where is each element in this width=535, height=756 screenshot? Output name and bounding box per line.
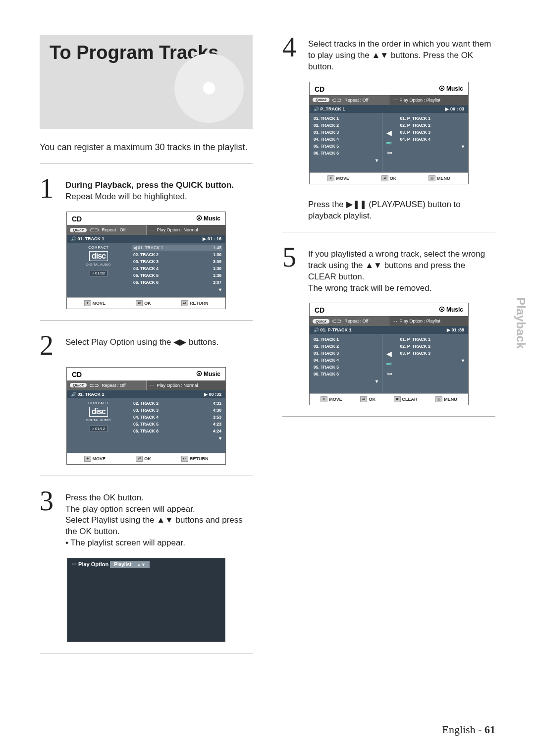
- track-row: 02. P_TRACK 2: [399, 343, 466, 349]
- source-list: 01. TRACK 102. TRACK 203. TRACK 304. TRA…: [310, 113, 382, 172]
- arrow-left2-icon: ⇦: [386, 149, 392, 157]
- cd-ui-screen-1: CD ⦿ Music Quick ⊂⊃ Repeat : Off ⋯ Play …: [66, 212, 226, 309]
- step-2: 2 Select Play Option using the ◀▶ button…: [40, 333, 253, 358]
- playlist-list: 01. P_TRACK 102. P_TRACK 203. P_TRACK 3▾: [396, 334, 469, 393]
- track-row: 03. TRACK 33:09: [132, 259, 222, 265]
- divider: [40, 163, 253, 163]
- digital-audio-label: DIGITAL AUDIO: [86, 263, 111, 266]
- track-row: 01. P_TRACK 1: [399, 115, 466, 121]
- track-row: ◀ 01. TRACK 11:45: [132, 245, 222, 251]
- music-label: ⦿ Music: [196, 371, 220, 378]
- track-row: 05. TRACK 5: [313, 143, 379, 149]
- track-row: 02. TRACK 2: [313, 343, 379, 349]
- track-row: 05. TRACK 5: [313, 364, 379, 370]
- track-row: 04. TRACK 4: [313, 136, 379, 142]
- divider: [282, 416, 495, 417]
- track-row: 01. P_TRACK 1: [399, 336, 466, 342]
- cd-label: CD: [72, 215, 82, 223]
- divider: [40, 476, 253, 476]
- divider: [282, 232, 495, 232]
- track-row: 02. TRACK 21:30: [132, 252, 222, 258]
- step-text: Select Play Option using the ◀▶ buttons.: [65, 333, 219, 358]
- disc-logo: disc: [89, 251, 108, 261]
- track-row: 06. TRACK 64:24: [132, 428, 222, 434]
- track-row: 02. TRACK 2: [313, 122, 379, 128]
- track-row: 03. TRACK 3: [313, 129, 379, 135]
- track-row: 05. TRACK 54:23: [132, 421, 222, 427]
- track-row: 02. TRACK 24:31: [132, 400, 222, 406]
- track-row: 06. TRACK 6: [313, 150, 379, 156]
- step-4: 4 Select tracks in the order in which yo…: [282, 35, 495, 73]
- music-label: ⦿ Music: [196, 215, 220, 223]
- track-row: 04. TRACK 41:30: [132, 266, 222, 271]
- step-5: 5 If you playlisted a wrong track, selec…: [282, 245, 495, 294]
- track-row: 03. TRACK 34:30: [132, 407, 222, 413]
- transfer-arrows: ◀ ⇨ ⇦: [382, 113, 396, 172]
- intro-text: You can register a maximum 30 tracks in …: [40, 141, 253, 153]
- step-text: Select tracks in the order in which you …: [308, 35, 495, 73]
- track-list: 02. TRACK 24:3103. TRACK 34:3004. TRACK …: [130, 398, 225, 453]
- step-text: Repeat Mode will be highlighted.: [65, 192, 187, 201]
- step-number: 3: [40, 488, 60, 549]
- playlist-list: 01. P_TRACK 102. P_TRACK 203. P_TRACK 30…: [396, 113, 469, 172]
- cd-ui-screen-2: CD ⦿ Music Quick ⊂⊃ Repeat : Off ⋯ Play …: [66, 367, 226, 465]
- step4-after: Press the ▶❚❚ (PLAY/PAUSE) button to pla…: [308, 195, 495, 222]
- divider: [40, 653, 253, 653]
- source-list: 01. TRACK 102. TRACK 203. TRACK 304. TRA…: [310, 334, 382, 393]
- transfer-arrows: ◀⇨⇦: [382, 334, 396, 393]
- step-3: 3 Press the OK button. The play option s…: [40, 488, 253, 549]
- cd-ui-screen-4: CD ⦿ Music Quick ⊂⊃ Repeat : Off ⋯ Play …: [309, 82, 469, 184]
- arrow-right-icon: ⇨: [386, 139, 392, 147]
- quick-pill: Quick: [70, 228, 87, 232]
- track-row: 02. P_TRACK 2: [399, 122, 466, 128]
- page-footer: English - 61: [282, 723, 495, 736]
- track-row: 01. TRACK 1: [313, 336, 379, 342]
- track-row: 05. TRACK 51:36: [132, 272, 222, 278]
- disc-graphic: [174, 54, 244, 123]
- step-1: 1 During Playback, press the QUICK butto…: [40, 176, 253, 203]
- track-row: 06. TRACK 63:07: [132, 279, 222, 285]
- track-row: 04. TRACK 4: [313, 357, 379, 363]
- track-row: 03. P_TRACK 3: [399, 129, 466, 135]
- cd-ui-screen-5: CD ⦿ Music Quick ⊂⊃ Repeat : Off ⋯ Play …: [309, 303, 469, 405]
- cd-label: CD: [72, 371, 82, 378]
- compact-label: COMPACT: [88, 246, 108, 249]
- step-bold: During Playback, press the QUICK button.: [65, 180, 234, 190]
- playlist-selector: Playlist ▲▼: [110, 561, 150, 568]
- track-row: 03. P_TRACK 3: [399, 350, 466, 356]
- divider: [40, 320, 253, 321]
- track-count: ♪ 01/32: [90, 270, 107, 276]
- option-row: Quick ⊂⊃ Repeat : Off ⋯ Play Option : No…: [67, 225, 225, 235]
- track-row: 03. TRACK 3: [313, 350, 379, 356]
- section-tab: Playback: [514, 297, 528, 349]
- step-number: 1: [40, 176, 60, 203]
- track-row: 04. P_TRACK 4: [399, 136, 466, 142]
- step-number: 2: [40, 333, 60, 358]
- track-list: ◀ 01. TRACK 11:4502. TRACK 21:3003. TRAC…: [130, 243, 225, 297]
- track-row: 06. TRACK 6: [313, 371, 379, 377]
- track-row: 04. TRACK 43:53: [132, 414, 222, 420]
- title-block: To Program Tracks: [40, 35, 253, 129]
- play-option-screen: ⋯ Play Option Playlist ▲▼: [67, 558, 225, 642]
- step-number: 5: [282, 245, 303, 294]
- arrow-left-icon: ◀: [386, 129, 392, 137]
- step-number: 4: [282, 35, 303, 73]
- track-row: 01. TRACK 1: [313, 115, 379, 121]
